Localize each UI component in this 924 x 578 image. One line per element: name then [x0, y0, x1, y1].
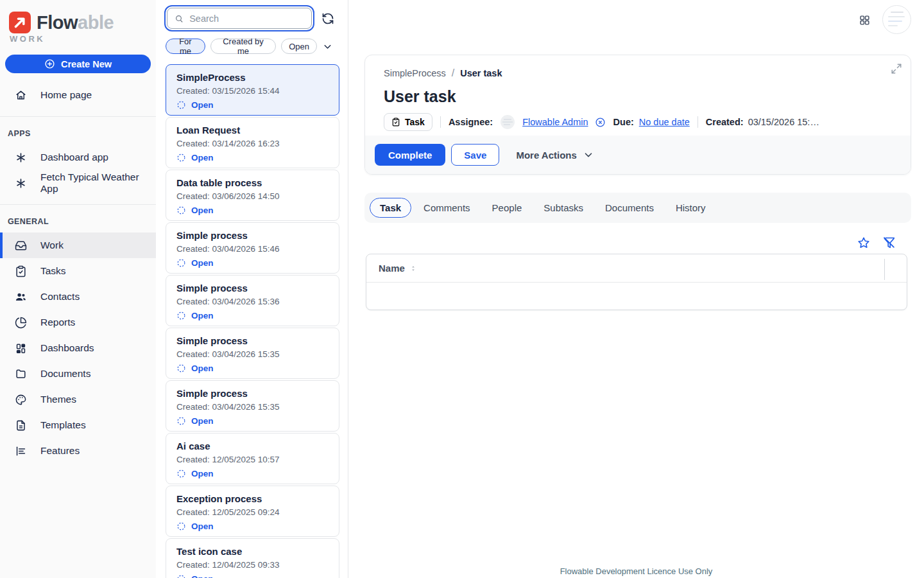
card-created: Created: 03/15/2026 15:44 [176, 86, 329, 96]
status-badge: Open [191, 416, 214, 426]
list-item-loan-request[interactable]: Loan Request Created: 03/14/2026 16:23 O… [166, 117, 339, 168]
flowable-logo-text: Flowable [37, 12, 114, 33]
assignee-link[interactable]: Flowable Admin [522, 117, 588, 127]
card-title: Simple process [176, 335, 329, 346]
refresh-icon [321, 12, 334, 25]
star-icon [857, 236, 870, 249]
sidebar-item-documents[interactable]: Documents [0, 361, 156, 387]
asterisk-icon [15, 177, 27, 189]
users-icon [15, 291, 27, 303]
save-button[interactable]: Save [451, 144, 499, 166]
filter-chip-open[interactable]: Open [281, 39, 317, 54]
open-status-icon [176, 363, 186, 373]
card-title: SimpleProcess [176, 72, 329, 83]
filter-off-icon [882, 236, 896, 249]
status-badge: Open [191, 258, 214, 268]
filters-expand-button[interactable] [322, 41, 333, 52]
clear-filter-button[interactable] [882, 236, 896, 249]
table-header-name[interactable]: Name [366, 254, 907, 283]
apps-section-header: APPS [0, 125, 156, 144]
open-status-icon [176, 521, 186, 531]
sidebar-item-tasks[interactable]: Tasks [0, 258, 156, 284]
list-item-simple-process-2[interactable]: Simple process Created: 03/04/2026 15:36… [166, 275, 339, 326]
sidebar-item-contacts[interactable]: Contacts [0, 284, 156, 310]
due-label: Due: [613, 117, 634, 127]
sidebar-item-fetch-typical-weather-app[interactable]: Fetch Typical Weather App [0, 170, 156, 196]
list-item-test-icon-case[interactable]: Test icon case Created: 12/04/2025 09:33… [166, 538, 339, 578]
licence-notice: Flowable Development Licence Use Only [348, 566, 924, 576]
search-icon [175, 13, 184, 24]
card-created: Created: 03/04/2026 15:36 [176, 297, 329, 306]
sidebar-divider [0, 116, 156, 117]
card-title: Loan Request [176, 125, 329, 136]
card-title: Exception process [176, 493, 329, 504]
general-section-header: GENERAL [0, 213, 156, 232]
list-item-data-table-process[interactable]: Data table process Created: 03/06/2026 1… [166, 170, 339, 221]
status-badge: Open [191, 153, 214, 162]
list-item-simpleprocess[interactable]: SimpleProcess Created: 03/15/2026 15:44 … [166, 64, 339, 116]
task-detail-area: SimpleProcess / User task User task Task… [348, 0, 924, 578]
status-badge: Open [191, 363, 214, 373]
filter-chip-for-me[interactable]: For me [166, 39, 205, 54]
sidebar-divider [0, 204, 156, 205]
tab-history[interactable]: History [666, 198, 715, 218]
expand-button[interactable] [891, 63, 902, 74]
list-item-exception-process[interactable]: Exception process Created: 12/05/2025 09… [166, 486, 339, 537]
list-item-ai-case[interactable]: Ai case Created: 12/05/2025 10:57 Open [166, 433, 339, 484]
complete-button[interactable]: Complete [375, 144, 445, 166]
due-date-link[interactable]: No due date [639, 117, 690, 127]
open-status-icon [176, 574, 186, 578]
task-type-badge[interactable]: Task [384, 113, 432, 131]
sidebar-item-templates[interactable]: Templates [0, 412, 156, 438]
status-badge: Open [191, 311, 214, 320]
remove-assignee-button[interactable] [595, 117, 606, 128]
sidebar-item-work[interactable]: Work [0, 232, 156, 258]
status-badge: Open [191, 574, 214, 578]
card-title: Simple process [176, 230, 329, 241]
list-item-simple-process-1[interactable]: Simple process Created: 03/04/2026 15:46… [166, 222, 339, 274]
open-status-icon [176, 311, 186, 320]
open-status-icon [176, 416, 186, 426]
column-resize-handle[interactable] [884, 259, 885, 280]
circle-x-icon [595, 117, 606, 128]
card-created: Created: 03/04/2026 15:46 [176, 244, 329, 254]
user-avatar[interactable] [882, 5, 911, 34]
tab-comments[interactable]: Comments [414, 198, 480, 218]
column-header-name: Name [379, 263, 405, 274]
tab-documents[interactable]: Documents [595, 198, 663, 218]
refresh-button[interactable] [321, 12, 334, 25]
list-item-simple-process-4[interactable]: Simple process Created: 03/04/2026 15:35… [166, 380, 339, 432]
search-input[interactable] [189, 13, 304, 24]
breadcrumb-parent[interactable]: SimpleProcess [384, 68, 446, 78]
status-badge: Open [191, 521, 214, 531]
detail-tabs: Task Comments People Subtasks Documents … [364, 193, 911, 223]
work-list-panel: For me Created by me Open SimpleProcess … [156, 0, 348, 578]
form-table: Name [366, 254, 907, 310]
assignee-avatar [501, 115, 515, 129]
sidebar-item-themes[interactable]: Themes [0, 387, 156, 412]
table-empty-body [366, 283, 907, 310]
filter-chip-created-by-me[interactable]: Created by me [210, 39, 276, 54]
tab-task[interactable]: Task [370, 198, 411, 218]
card-title: Simple process [176, 283, 329, 293]
tab-people[interactable]: People [483, 198, 532, 218]
more-actions-button[interactable]: More Actions [516, 149, 594, 161]
sidebar-item-reports[interactable]: Reports [0, 310, 156, 335]
meta-divider [697, 116, 698, 128]
tab-subtasks[interactable]: Subtasks [534, 198, 593, 218]
card-title: Test icon case [176, 546, 329, 557]
sidebar-item-features[interactable]: Features [0, 438, 156, 464]
created-label: Created: [706, 117, 744, 127]
asterisk-icon [15, 152, 27, 164]
process-card-list: SimpleProcess Created: 03/15/2026 15:44 … [166, 64, 339, 578]
card-title: Data table process [176, 177, 329, 188]
list-item-simple-process-3[interactable]: Simple process Created: 03/04/2026 15:35… [166, 328, 339, 379]
create-new-button[interactable]: Create New [5, 55, 151, 73]
app-switcher-button[interactable] [859, 15, 870, 26]
favorite-button[interactable] [857, 236, 870, 249]
expand-icon [891, 63, 902, 74]
sidebar-item-dashboards[interactable]: Dashboards [0, 335, 156, 361]
sidebar-item-home[interactable]: Home page [0, 82, 156, 108]
flowable-logo-icon [9, 12, 31, 33]
sidebar-item-dashboard-app[interactable]: Dashboard app [0, 144, 156, 170]
